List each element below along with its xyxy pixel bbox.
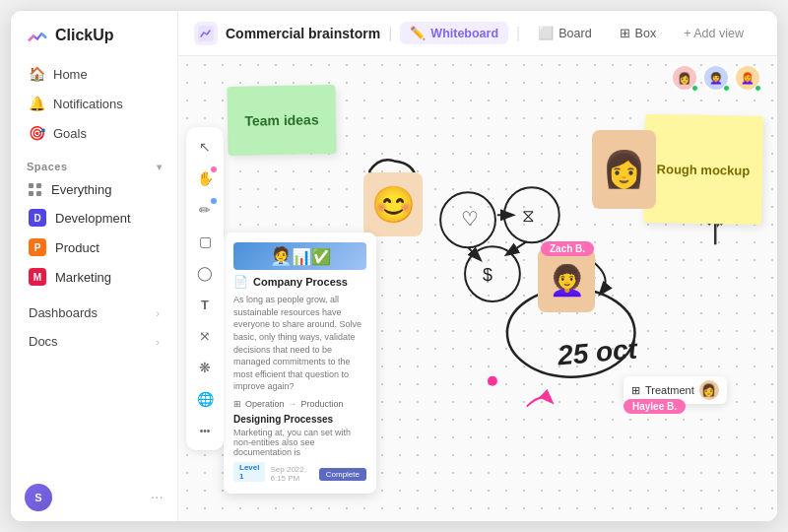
online-indicator-2 (723, 85, 730, 92)
home-icon: 🏠 (29, 66, 44, 82)
separator2: | (516, 25, 520, 42)
haylee-label: Haylee B. (624, 399, 686, 414)
person-photo-woman-2: 👩‍🦱 (538, 248, 595, 312)
online-indicator-1 (691, 85, 698, 92)
bell-icon: 🔔 (29, 96, 44, 111)
chevron-down-icon[interactable]: ▾ (157, 162, 163, 172)
doc-file-icon: 📄 (233, 275, 248, 289)
sidebar-item-dashboards[interactable]: Dashboards › (19, 299, 169, 326)
logo[interactable]: ClickUp (11, 11, 177, 56)
doc-person-text: Marketing at, you can set with non-entit… (233, 428, 366, 457)
tab-whiteboard[interactable]: ✏️ Whiteboard (400, 22, 508, 44)
more-icon[interactable]: ··· (151, 489, 164, 506)
svg-point-5 (465, 246, 520, 301)
sidebar-item-product[interactable]: P Product (19, 233, 169, 261)
svg-point-1 (440, 192, 495, 247)
more-tools-button[interactable]: ••• (191, 417, 219, 444)
zach-label: Zach B. (541, 241, 594, 256)
text-tool[interactable]: T (191, 291, 219, 318)
online-indicator-3 (755, 85, 761, 92)
svg-text:♡: ♡ (461, 208, 479, 230)
product-space-icon: P (29, 238, 46, 256)
spaces-header: Spaces ▾ (11, 151, 177, 176)
doc-status-label: Level 1 (233, 462, 265, 482)
flow-arrow-icon: → (289, 399, 297, 409)
sidebar-item-development[interactable]: D Development (19, 204, 169, 232)
chevron-right-icon: › (156, 336, 160, 348)
connector-tool[interactable]: ⤧ (191, 322, 219, 350)
sidebar-item-docs[interactable]: Docs › (19, 328, 169, 355)
whiteboard-icon: ✏️ (410, 26, 426, 40)
page-title: Commercial brainstorm (226, 26, 380, 41)
svg-point-23 (488, 376, 497, 386)
sidebar-bottom: Dashboards › Docs › (11, 296, 177, 359)
sidebar-item-everything[interactable]: Everything (19, 177, 169, 202)
tab-board[interactable]: ⬜ Board (528, 22, 601, 44)
add-view-button[interactable]: + Add view (674, 23, 754, 44)
app-name: ClickUp (55, 27, 114, 44)
clickup-logo-icon (27, 25, 48, 46)
sidebar-item-marketing[interactable]: M Marketing (19, 263, 169, 291)
hand-tool[interactable]: ✋ (191, 165, 219, 192)
box-icon: ⊞ (620, 26, 630, 40)
document-card[interactable]: 🧑‍💼 📊 ✅ 📄 Company Process As long as peo… (224, 233, 376, 494)
canvas-toolbar: ↖ ✋ ✏ ▢ ◯ T ⤧ ❋ 🌐 ••• (186, 127, 224, 450)
board-icon: ⬜ (538, 26, 554, 40)
collaborator-3: 👩‍🦰 (734, 64, 761, 92)
goals-icon: 🎯 (29, 125, 44, 141)
select-tool[interactable]: ↖ (191, 133, 219, 161)
chevron-right-icon: › (156, 307, 160, 319)
sidebar-item-home[interactable]: 🏠 Home (19, 60, 169, 88)
doc-section-heading: Designing Processes (233, 414, 366, 425)
flow-icon: ⊞ (233, 399, 241, 409)
collaborator-1: 👩 (671, 64, 698, 92)
rect-tool[interactable]: ▢ (191, 228, 219, 255)
svg-point-3 (504, 187, 559, 242)
sidebar: ClickUp 🏠 Home 🔔 Notifications 🎯 Goals S… (11, 11, 178, 521)
marketing-space-icon: M (29, 268, 46, 286)
collaborator-2: 👩‍🦱 (702, 64, 730, 92)
sidebar-item-notifications[interactable]: 🔔 Notifications (19, 90, 169, 117)
collaborator-avatars: 👩 👩‍🦱 👩‍🦰 (671, 64, 761, 92)
sidebar-item-goals[interactable]: 🎯 Goals (19, 119, 169, 147)
grid-icon (29, 183, 42, 197)
treatment-avatar: 👩 (699, 380, 719, 400)
doc-flow-row: ⊞ Operation → Production (233, 399, 366, 409)
main-content: Commercial brainstorm | ✏️ Whiteboard | … (178, 11, 777, 521)
svg-text:⧖: ⧖ (522, 206, 535, 226)
doc-date: Sep 2022, 6:15 PM (270, 465, 313, 483)
treatment-icon: ⊞ (631, 384, 640, 397)
sticky-note-rough-mockup[interactable]: Rough mockup (643, 114, 763, 225)
shape-tool[interactable]: ❋ (191, 354, 219, 381)
pen-tool[interactable]: ✏ (191, 196, 219, 224)
sidebar-nav: 🏠 Home 🔔 Notifications 🎯 Goals (11, 56, 177, 151)
doc-title-row: 📄 Company Process (233, 275, 366, 289)
topbar: Commercial brainstorm | ✏️ Whiteboard | … (178, 11, 777, 56)
separator: | (388, 25, 392, 42)
doc-banner: 🧑‍💼 📊 ✅ (233, 242, 366, 270)
person-photo-man: 😊 (363, 172, 423, 236)
date-text: 25 oct (557, 334, 638, 372)
sticky-note-team-ideas[interactable]: Team ideas (227, 85, 336, 156)
tab-box[interactable]: ⊞ Box (610, 22, 667, 44)
page-icon (194, 22, 218, 45)
app-container: ClickUp 🏠 Home 🔔 Notifications 🎯 Goals S… (10, 10, 778, 522)
dev-space-icon: D (29, 209, 46, 227)
whiteboard-canvas[interactable]: ↖ ✋ ✏ ▢ ◯ T ⤧ ❋ 🌐 ••• 👩 (178, 56, 777, 521)
user-avatar[interactable]: S (25, 484, 52, 511)
svg-text:$: $ (483, 265, 492, 285)
globe-tool[interactable]: 🌐 (191, 385, 219, 413)
person-photo-woman-1: 👩 (592, 130, 656, 209)
ellipse-tool[interactable]: ◯ (191, 259, 219, 287)
doc-complete-button[interactable]: Complete (319, 468, 366, 481)
doc-description: As long as people grow, all sustainable … (233, 294, 366, 393)
sidebar-footer: S ··· (11, 474, 177, 521)
